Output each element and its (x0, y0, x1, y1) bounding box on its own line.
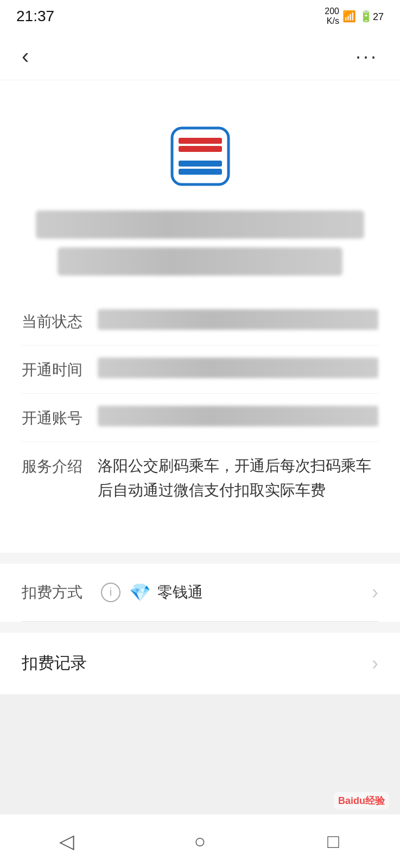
records-chevron-icon[interactable]: › (372, 652, 378, 675)
status-icons: 200K/s 📶 🔋27 (325, 7, 384, 25)
svg-rect-4 (179, 169, 222, 175)
nav-home-button[interactable]: ○ (178, 820, 221, 863)
info-row-time: 开通时间 (22, 346, 378, 394)
svg-rect-1 (179, 138, 222, 144)
wifi-icon: 🔋27 (359, 10, 384, 23)
label-status: 当前状态 (22, 309, 98, 333)
status-time: 21:37 (16, 8, 54, 25)
title-line-2 (58, 247, 343, 276)
info-i-label: i (110, 586, 112, 598)
records-label: 扣费记录 (22, 652, 372, 674)
value-desc: 洛阳公交刷码乘车，开通后每次扫码乘车后自动通过微信支付扣取实际车费 (98, 454, 378, 503)
info-row-status: 当前状态 (22, 297, 378, 346)
label-desc: 服务介绍 (22, 454, 98, 478)
svg-rect-2 (179, 146, 222, 152)
records-row[interactable]: 扣费记录 › (22, 633, 378, 694)
payment-info-icon[interactable]: i (101, 583, 120, 602)
more-button[interactable]: ··· (350, 40, 384, 73)
status-bar: 21:37 200K/s 📶 🔋27 (0, 0, 400, 33)
info-row-desc: 服务介绍 洛阳公交刷码乘车，开通后每次扫码乘车后自动通过微信支付扣取实际车费 (22, 442, 378, 515)
title-section (22, 210, 378, 276)
back-button[interactable]: ‹ (16, 39, 34, 74)
records-section: 扣费记录 › (0, 633, 400, 694)
payment-value: 💎 零钱通 (129, 582, 372, 603)
section-gap-2 (0, 622, 400, 633)
payment-method-label: 零钱通 (157, 582, 203, 603)
bottom-nav: ◁ ○ □ (0, 814, 400, 868)
nav-recent-button[interactable]: □ (312, 820, 355, 863)
label-time: 开通时间 (22, 358, 98, 381)
signal-icon: 📶 (342, 10, 356, 23)
baidu-watermark: Baidu经验 (334, 792, 389, 809)
payment-label: 扣费方式 (22, 582, 92, 603)
payment-chevron-icon[interactable]: › (372, 581, 378, 604)
value-time (98, 358, 378, 378)
payment-section: 扣费方式 i 💎 零钱通 › (0, 564, 400, 622)
title-line-1 (36, 210, 364, 239)
label-account: 开通账号 (22, 406, 98, 430)
value-status (98, 309, 378, 330)
section-gap-1 (0, 553, 400, 564)
value-account (98, 406, 378, 426)
svg-rect-5 (179, 154, 222, 159)
svg-rect-3 (179, 161, 222, 167)
diamond-icon: 💎 (129, 582, 151, 603)
net-speed: 200K/s (325, 7, 339, 25)
nav-bar: ‹ ··· (0, 33, 400, 80)
info-section: 当前状态 开通时间 开通账号 服务介绍 洛阳公交刷码乘车，开通后每次扫码乘车后自… (22, 297, 378, 515)
info-row-account: 开通账号 (22, 394, 378, 442)
nav-back-button[interactable]: ◁ (45, 820, 88, 863)
app-logo (168, 124, 233, 189)
main-card: 当前状态 开通时间 开通账号 服务介绍 洛阳公交刷码乘车，开通后每次扫码乘车后自… (0, 80, 400, 553)
logo-area (22, 102, 378, 205)
payment-row[interactable]: 扣费方式 i 💎 零钱通 › (22, 564, 378, 622)
